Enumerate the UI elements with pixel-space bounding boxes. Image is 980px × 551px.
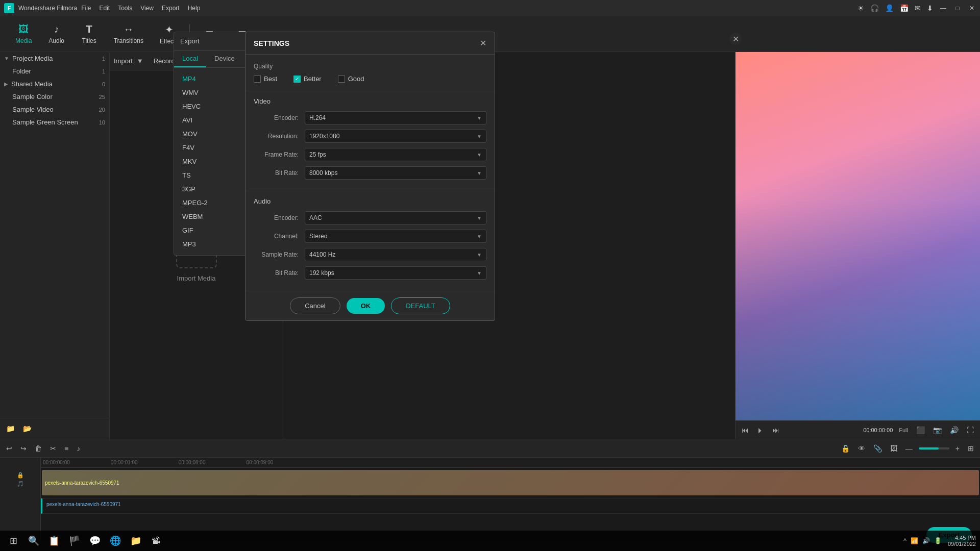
timeline-delete-icon[interactable]: 🗑: [33, 442, 44, 455]
preview-volume-icon[interactable]: 🔊: [948, 424, 961, 436]
search-button[interactable]: 🔍: [24, 532, 43, 550]
project-media-row[interactable]: ▼ Project Media 1: [0, 52, 109, 65]
tab-local[interactable]: Local: [174, 51, 206, 67]
export-dialog-title: Export: [180, 37, 200, 45]
preview-skip-forward-icon[interactable]: ⏭: [770, 424, 781, 436]
preview-skip-back-icon[interactable]: ⏮: [740, 424, 751, 436]
best-checkbox[interactable]: [254, 76, 261, 83]
good-checkbox[interactable]: [338, 76, 345, 83]
timeline-audio-track[interactable]: pexels-anna-tarazevich-6550971: [41, 498, 980, 514]
maximize-button[interactable]: □: [953, 4, 962, 12]
title-bar-menu: File Edit Tools View Export Help: [81, 5, 200, 12]
timeline-audio-icon[interactable]: ♪: [75, 442, 82, 455]
new-folder-icon[interactable]: 📂: [21, 422, 34, 435]
timeline-clip-icon[interactable]: 📎: [871, 442, 884, 455]
default-button[interactable]: DEFAULT: [391, 297, 450, 314]
quality-good[interactable]: Good: [338, 75, 364, 83]
preview-fullscreen-icon[interactable]: ⛶: [965, 424, 976, 436]
audio-bitrate-select[interactable]: 192 kbps ▼: [305, 266, 486, 280]
toolbar-item-transitions[interactable]: ↔ Transitions: [107, 20, 151, 47]
resolution-arrow-icon: ▼: [477, 134, 482, 139]
timeline-screenshot-icon[interactable]: 🖼: [888, 442, 899, 455]
title-bar: F Wondershare Filmora File Edit Tools Vi…: [0, 0, 980, 16]
mail-icon[interactable]: ✉: [915, 4, 921, 12]
widgets-button[interactable]: 🏴: [65, 532, 84, 550]
volume-icon[interactable]: 🔊: [922, 537, 930, 544]
good-label: Good: [348, 75, 364, 83]
preview-zoom[interactable]: Full: [897, 425, 910, 435]
menu-edit[interactable]: Edit: [100, 5, 110, 12]
taskview-button[interactable]: 📋: [45, 532, 63, 550]
framerate-select[interactable]: 25 fps ▼: [305, 148, 486, 161]
preview-snapshot-icon[interactable]: 📷: [931, 424, 944, 436]
menu-file[interactable]: File: [81, 5, 91, 12]
folder-row[interactable]: Folder 1: [0, 65, 109, 78]
taskbar-datetime[interactable]: 4:45 PM 09/01/2022: [948, 535, 976, 547]
better-checkbox[interactable]: [293, 76, 301, 83]
edge-button[interactable]: 🌐: [106, 532, 125, 550]
timeline-video-track[interactable]: pexels-anna-tarazevich-6550971: [41, 468, 980, 498]
timeline-redo-icon[interactable]: ↪: [18, 442, 29, 455]
sample-video-row[interactable]: Sample Video 20: [0, 103, 109, 116]
title-bar-right: ☀ 🎧 👤 📅 ✉ ⬇ — □ ✕: [857, 4, 976, 12]
project-media-count: 1: [102, 56, 105, 62]
account-icon[interactable]: 👤: [885, 4, 894, 12]
filmora-taskbar-button[interactable]: 📽: [147, 532, 165, 550]
toolbar-item-audio[interactable]: ♪ Audio: [41, 20, 72, 47]
toolbar-item-titles[interactable]: T Titles: [74, 20, 105, 47]
video-bitrate-label: Bit Rate:: [254, 169, 305, 177]
chevron-up-icon[interactable]: ^: [903, 537, 906, 544]
menu-tools[interactable]: Tools: [118, 5, 132, 12]
channel-select[interactable]: Stereo ▼: [305, 230, 486, 243]
timeline-fit-icon[interactable]: ⊞: [966, 442, 976, 455]
toolbar-item-media[interactable]: 🖼 Media: [8, 20, 39, 47]
calendar-icon[interactable]: 📅: [900, 4, 909, 12]
import-dropdown-icon[interactable]: ▼: [137, 57, 143, 65]
headphones-icon[interactable]: 🎧: [870, 4, 879, 12]
menu-export[interactable]: Export: [162, 5, 180, 12]
quality-better[interactable]: Better: [293, 75, 322, 83]
download-icon[interactable]: ⬇: [927, 4, 933, 12]
brightness-icon[interactable]: ☀: [857, 4, 864, 12]
import-button[interactable]: Import: [114, 57, 133, 65]
audio-bitrate-arrow-icon: ▼: [477, 270, 482, 276]
ok-button[interactable]: OK: [347, 298, 385, 314]
preview-screen-icon[interactable]: ⬛: [914, 424, 927, 436]
timeline-lock-icon[interactable]: 🔒: [839, 442, 852, 455]
timeline-zoom-out-icon[interactable]: —: [903, 442, 915, 455]
timeline-cut-icon[interactable]: ✂: [48, 442, 58, 455]
close-button[interactable]: ✕: [968, 4, 976, 12]
video-bitrate-select[interactable]: 8000 kbps ▼: [305, 166, 486, 180]
sample-color-row[interactable]: Sample Color 25: [0, 90, 109, 103]
samplerate-select[interactable]: 44100 Hz ▼: [305, 248, 486, 261]
shared-media-row[interactable]: ▶ Shared Media 0: [0, 78, 109, 90]
preview-play-icon[interactable]: ⏵: [755, 424, 766, 436]
timeline-zoom-slider[interactable]: [919, 447, 949, 449]
audio-encoder-select[interactable]: AAC ▼: [305, 211, 486, 224]
encoder-select[interactable]: H.264 ▼: [305, 111, 486, 124]
menu-help[interactable]: Help: [188, 5, 201, 12]
timeline-zoom-in-icon[interactable]: +: [953, 442, 962, 455]
timeline-eye-icon[interactable]: 👁: [856, 442, 867, 455]
add-folder-icon[interactable]: 📁: [4, 422, 17, 435]
cancel-button[interactable]: Cancel: [290, 297, 340, 314]
wifi-icon[interactable]: 📶: [911, 537, 918, 544]
menu-view[interactable]: View: [140, 5, 154, 12]
start-button[interactable]: ⊞: [4, 532, 22, 550]
teams-button[interactable]: 💬: [86, 532, 104, 550]
tab-device[interactable]: Device: [206, 51, 243, 67]
battery-icon[interactable]: 🔋: [934, 537, 942, 544]
timeline-split-icon[interactable]: ≡: [62, 442, 70, 455]
secondary-close-button[interactable]: ✕: [729, 33, 742, 45]
resolution-select[interactable]: 980x551 ▼: [305, 130, 486, 143]
quality-best[interactable]: Best: [254, 75, 277, 83]
explorer-button[interactable]: 📁: [127, 532, 145, 550]
minimize-button[interactable]: —: [939, 4, 947, 12]
video-section: Video Encoder: H.264 ▼ Resolution: 1920x…: [246, 91, 495, 191]
sample-green-screen-row[interactable]: Sample Green Screen 10: [0, 116, 109, 129]
timeline-undo-icon[interactable]: ↩: [4, 442, 14, 455]
record-button[interactable]: Record: [154, 57, 175, 65]
settings-close-icon[interactable]: ✕: [480, 38, 486, 48]
timeline-video-clip[interactable]: pexels-anna-tarazevich-6550971: [42, 470, 979, 495]
framerate-row: Frame Rate: 25 fps ▼: [254, 148, 486, 161]
